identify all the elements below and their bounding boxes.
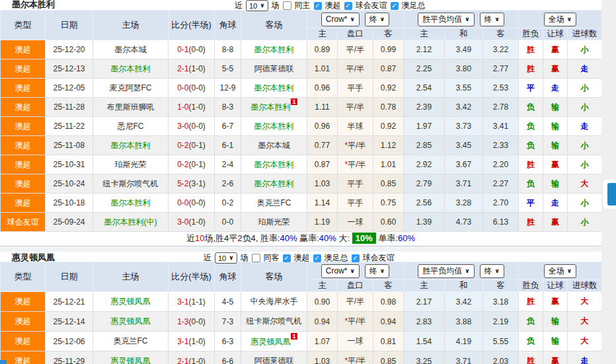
away-team-link[interactable]: 纽卡斯尔喷气机	[241, 312, 307, 332]
scope-select[interactable]: 全场∨	[544, 264, 576, 278]
avg-lose-odds: 2.03	[483, 351, 519, 364]
league-type-badge[interactable]: 澳超	[1, 332, 46, 351]
home-team-link[interactable]: 麦克阿瑟FC	[93, 79, 169, 98]
live-handicap-star: *	[344, 160, 348, 169]
col-header-score: 比分(半场)	[169, 11, 215, 40]
league-type-badge[interactable]: 澳超	[1, 312, 46, 332]
away-team-link[interactable]: 墨尔本胜利	[241, 174, 307, 194]
odds-stage-select[interactable]: 终∨	[365, 264, 389, 278]
same-venue-checkbox[interactable]	[252, 254, 260, 262]
league-type-badge[interactable]: 澳超	[1, 351, 46, 364]
odds-away: 1.12	[373, 136, 404, 155]
home-team-link[interactable]: 墨尔本城	[93, 40, 169, 59]
away-team-link[interactable]: 阿德莱德联	[241, 59, 307, 79]
away-team-link[interactable]: 奥克兰FC	[241, 194, 307, 213]
league-filter-checkbox[interactable]: ✓	[283, 254, 291, 262]
bottom-left-float-button[interactable]	[0, 360, 7, 364]
filter-controls: 近 10∨ 场 同主 ✓澳超 ✓球会友谊 ✓澳足总	[235, 0, 426, 11]
away-team-link[interactable]: 珀斯光荣	[241, 213, 307, 232]
corner-count: 6-3	[215, 332, 241, 351]
home-team-link[interactable]: 布里斯班狮吼	[93, 98, 169, 117]
away-team-link[interactable]: 惠灵顿凤凰1	[241, 332, 307, 351]
odds-home: 1.19	[307, 213, 338, 232]
summary-text: 场,胜4平2负4, 胜率:	[204, 233, 280, 243]
away-team-link[interactable]: 墨尔本胜利	[241, 117, 307, 136]
league-filter-checkbox[interactable]: ✓	[344, 2, 352, 10]
league-type-badge[interactable]: 澳超	[1, 98, 46, 117]
league-type-badge[interactable]: 澳超	[1, 59, 46, 79]
scope-select[interactable]: 全场∨	[544, 13, 576, 26]
handicap-result-cell: 走	[543, 79, 568, 98]
avg-stage-select[interactable]: 终∨	[480, 264, 504, 278]
result-cell: 负	[519, 332, 543, 351]
league-type-badge[interactable]: 澳超	[1, 194, 46, 213]
col-header-date: 日期	[46, 262, 93, 292]
result-cell: 胜	[519, 213, 543, 232]
avg-draw-odds: 3.88	[445, 312, 483, 332]
corner-count: 0-0	[215, 213, 241, 232]
corner-count: 5-5	[215, 59, 241, 79]
home-team-link[interactable]: 墨尔本胜利	[93, 136, 169, 155]
away-team-link[interactable]: 墨尔本胜利1	[241, 98, 307, 117]
league-type-badge[interactable]: 澳超	[1, 155, 46, 174]
league-type-badge[interactable]: 澳超	[1, 40, 46, 59]
avg-stage-select[interactable]: 终∨	[480, 13, 504, 26]
away-team-link[interactable]: 墨尔本胜利	[241, 155, 307, 174]
score: 0-2(0-1)	[169, 155, 215, 174]
corner-count: 2-6	[215, 174, 241, 194]
handicap-result-cell: 输	[543, 332, 568, 351]
home-team-link[interactable]: 墨尔本胜利	[93, 59, 169, 79]
recent-count-select[interactable]: 10∨	[246, 0, 268, 11]
league-filter-checkbox[interactable]: ✓	[314, 2, 322, 10]
avg-draw-odds: 3.67	[445, 155, 483, 174]
odds-stage-select[interactable]: 终∨	[365, 13, 389, 26]
home-team-link[interactable]: 悉尼FC	[93, 117, 169, 136]
league-type-badge[interactable]: 澳超	[1, 136, 46, 155]
side-panel-tab[interactable]	[607, 183, 616, 205]
odds-away: 0.81	[373, 332, 404, 351]
away-team-link[interactable]: 墨尔本胜利	[241, 79, 307, 98]
home-team-link[interactable]: 珀斯光荣	[93, 155, 169, 174]
col-header-score: 比分(半场)	[169, 262, 215, 292]
chevron-down-icon: ∨	[350, 268, 355, 274]
recent-count-select[interactable]: 10∨	[215, 252, 237, 264]
same-venue-checkbox[interactable]	[283, 1, 291, 10]
league-filter-checkbox[interactable]: ✓	[313, 254, 321, 262]
home-team-link[interactable]: 墨尔本胜利	[93, 194, 169, 213]
odds-home: 1.07	[307, 332, 338, 351]
home-team-link[interactable]: 奥克兰FC	[93, 332, 169, 351]
league-filter-checkbox[interactable]: ✓	[391, 2, 399, 10]
sub-header-goals: 进球数	[568, 28, 602, 40]
away-team-link[interactable]: 中央海岸水手	[241, 292, 307, 312]
league-type-badge[interactable]: 澳超	[1, 79, 46, 98]
away-team-link[interactable]: 墨尔本城	[241, 136, 307, 155]
away-team-link[interactable]: 阿德莱德联	[241, 351, 307, 364]
league-filter-checkbox[interactable]: ✓	[352, 254, 360, 262]
odds-provider-select[interactable]: Crow*∨	[321, 264, 360, 278]
league-type-badge[interactable]: 澳超	[1, 292, 46, 312]
score: 1-0(1-0)	[169, 98, 215, 117]
match-history-table: 类型 日期 主场 比分(半场) 角球 客场 Crow*∨ 终∨ 胜平负均	[0, 262, 602, 364]
league-type-badge[interactable]: 澳超	[1, 174, 46, 194]
home-team-link[interactable]: 纽卡斯尔喷气机	[93, 174, 169, 194]
sub-header-avg-win: 主	[404, 280, 445, 292]
odds-provider-select[interactable]: Crow*∨	[321, 13, 360, 26]
score: 0-2(0-1)	[169, 136, 215, 155]
handicap-line: *平/半	[338, 312, 373, 332]
avg-win-odds: 2.92	[404, 155, 445, 174]
avg-type-select[interactable]: 胜平负均值∨	[418, 264, 474, 278]
home-team-link[interactable]: 惠灵顿凤凰	[93, 312, 169, 332]
home-team-link[interactable]: 惠灵顿凤凰	[93, 292, 169, 312]
chevron-down-icon: ∨	[229, 255, 233, 261]
league-type-badge[interactable]: 澳超	[1, 117, 46, 136]
away-team-link[interactable]: 墨尔本胜利	[241, 40, 307, 59]
avg-lose-odds: 2.77	[483, 59, 519, 79]
corner-count: 12-9	[215, 79, 241, 98]
avg-lose-odds: 2.78	[483, 98, 519, 117]
league-type-badge[interactable]: 球会友谊	[1, 213, 46, 232]
home-team-link[interactable]: 惠灵顿凤凰	[93, 351, 169, 364]
home-team-link[interactable]: 墨尔本胜利(中)	[93, 213, 169, 232]
col-header-type: 类型	[1, 11, 46, 40]
avg-win-odds: 2.54	[404, 79, 445, 98]
avg-type-select[interactable]: 胜平负均值∨	[418, 13, 474, 26]
